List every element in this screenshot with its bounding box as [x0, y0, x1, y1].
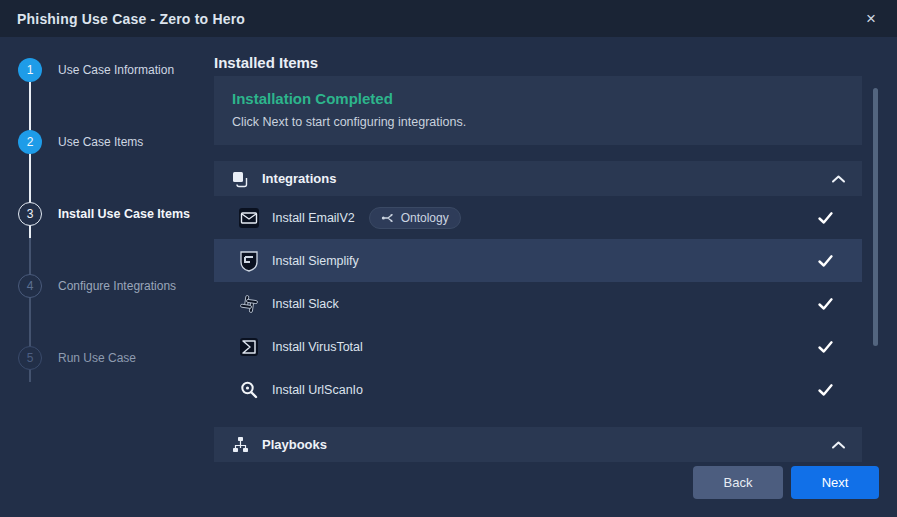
- check-icon: [817, 253, 834, 268]
- section-label: Playbooks: [262, 437, 327, 452]
- magnifier-icon: [238, 379, 260, 401]
- next-button[interactable]: Next: [791, 466, 879, 499]
- playbooks-hierarchy-icon: [230, 436, 250, 453]
- step-label: Use Case Items: [58, 135, 143, 149]
- list-item-install-emailv2[interactable]: Install EmailV2 Ontology: [214, 196, 862, 239]
- list-item-install-urlscanio[interactable]: Install UrlScanIo: [214, 368, 862, 411]
- step-install-use-case-items[interactable]: 3 Install Use Case Items: [18, 202, 190, 226]
- list-item-label: Install UrlScanIo: [272, 383, 363, 397]
- list-item-label: Install EmailV2: [272, 211, 355, 225]
- step-label: Use Case Information: [58, 63, 174, 77]
- step-number-badge: 1: [18, 58, 42, 82]
- step-run-use-case[interactable]: 5 Run Use Case: [18, 346, 136, 370]
- step-number-badge: 4: [18, 274, 42, 298]
- list-item-label: Install Slack: [272, 297, 339, 311]
- step-use-case-information[interactable]: 1 Use Case Information: [18, 58, 174, 82]
- step-configure-integrations[interactable]: 4 Configure Integrations: [18, 274, 176, 298]
- step-number-badge: 5: [18, 346, 42, 370]
- step-label: Configure Integrations: [58, 279, 176, 293]
- integrations-icon: [230, 170, 250, 188]
- step-number-badge: 2: [18, 130, 42, 154]
- integration-item-list: Install EmailV2 Ontology: [214, 196, 862, 411]
- ontology-badge: Ontology: [369, 207, 461, 229]
- close-icon[interactable]: ×: [862, 8, 880, 29]
- step-number-badge: 3: [18, 202, 42, 226]
- window-title: Phishing Use Case - Zero to Hero: [17, 11, 245, 27]
- check-icon: [817, 339, 834, 354]
- virustotal-icon: [238, 336, 260, 358]
- wizard-stepper: 1 Use Case Information 2 Use Case Items …: [0, 37, 214, 517]
- check-icon: [817, 382, 834, 397]
- list-item-install-slack[interactable]: Install Slack: [214, 282, 862, 325]
- section-header-playbooks[interactable]: Playbooks: [214, 427, 862, 462]
- step-label: Run Use Case: [58, 351, 136, 365]
- installation-status-subtitle: Click Next to start configuring integrat…: [232, 115, 844, 129]
- installation-status-title: Installation Completed: [232, 90, 844, 107]
- step-use-case-items[interactable]: 2 Use Case Items: [18, 130, 143, 154]
- chevron-up-icon[interactable]: [831, 440, 846, 450]
- titlebar: Phishing Use Case - Zero to Hero ×: [0, 0, 897, 37]
- back-button[interactable]: Back: [693, 466, 783, 499]
- list-item-install-virustotal[interactable]: Install VirusTotal: [214, 325, 862, 368]
- email-icon: [238, 207, 260, 229]
- page-title: Installed Items: [214, 54, 318, 71]
- siemplify-shield-icon: [238, 250, 260, 272]
- section-header-integrations[interactable]: Integrations: [214, 161, 862, 196]
- installation-status-banner: Installation Completed Click Next to sta…: [214, 76, 862, 145]
- badge-label: Ontology: [401, 211, 449, 225]
- check-icon: [817, 210, 834, 225]
- section-label: Integrations: [262, 171, 336, 186]
- chevron-up-icon[interactable]: [831, 174, 846, 184]
- list-item-install-siemplify[interactable]: Install Siemplify: [214, 239, 862, 282]
- list-item-label: Install VirusTotal: [272, 340, 363, 354]
- ontology-branch-icon: [381, 212, 395, 224]
- step-label: Install Use Case Items: [58, 207, 190, 221]
- check-icon: [817, 296, 834, 311]
- use-case-wizard-modal: Phishing Use Case - Zero to Hero × 1 Use…: [0, 0, 897, 517]
- list-item-label: Install Siemplify: [272, 254, 359, 268]
- slack-icon: [238, 293, 260, 315]
- vertical-scrollbar-thumb[interactable]: [873, 88, 878, 346]
